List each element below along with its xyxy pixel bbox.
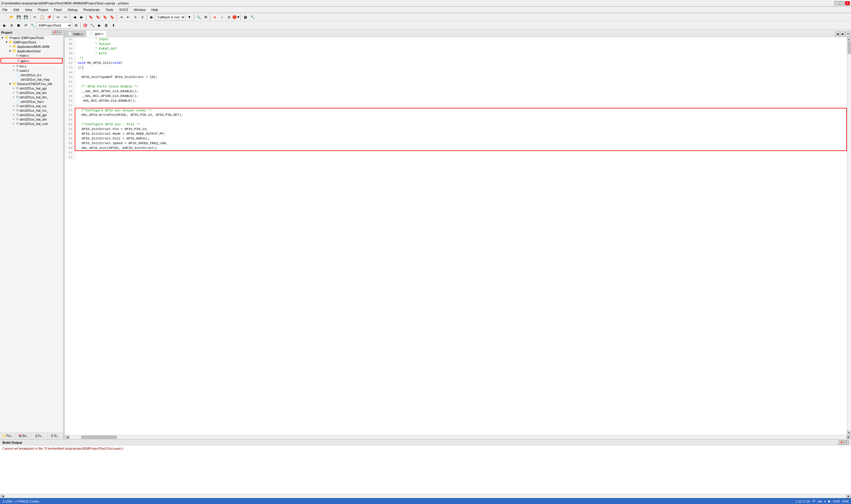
format-btn[interactable]: ≡ bbox=[132, 14, 139, 20]
tree-hal-cort[interactable]: + ⚙ stm32f1xx_hal_cort bbox=[0, 122, 63, 126]
run-btn[interactable]: ▶ bbox=[148, 14, 155, 20]
hscroll-left-btn[interactable]: ◀ bbox=[65, 436, 69, 439]
close-button[interactable]: ✕ bbox=[845, 1, 850, 5]
sidebar-title: Project bbox=[1, 31, 12, 34]
tab-books[interactable]: 📚 Bo... bbox=[16, 433, 32, 439]
tb2-target-btn[interactable]: 🎯 bbox=[82, 22, 88, 29]
tree-stm32-msp[interactable]: 📄 stm32f1xx_hal_msp bbox=[0, 77, 63, 82]
new-file-btn[interactable]: 📄 bbox=[1, 14, 8, 20]
save-btn[interactable]: 💾 bbox=[15, 14, 22, 20]
minimize-button[interactable]: − bbox=[834, 1, 839, 5]
tree-hal-dm[interactable]: + ⚙ stm32f1xx_hal_dm bbox=[0, 117, 63, 122]
config-btn[interactable]: 🔧 bbox=[249, 14, 256, 20]
tb2-download-btn[interactable]: ⬇ bbox=[110, 22, 117, 29]
tab-scroll-left[interactable]: ◀ bbox=[835, 32, 840, 36]
menu-view[interactable]: View bbox=[24, 8, 33, 12]
tb2-btn2[interactable]: ⏸ bbox=[8, 22, 15, 29]
redo-btn[interactable]: ↪ bbox=[62, 14, 69, 20]
menu-svcs[interactable]: SVCS bbox=[118, 8, 129, 12]
menu-edit[interactable]: Edit bbox=[13, 8, 20, 12]
format2-btn[interactable]: ≡ bbox=[139, 14, 146, 20]
menu-help[interactable]: Help bbox=[150, 8, 159, 12]
bookmark3-btn[interactable]: 🔖 bbox=[102, 14, 108, 20]
project-config-btn[interactable]: ⚙ bbox=[73, 22, 79, 29]
save-all-btn[interactable]: 💾 bbox=[22, 14, 29, 20]
menu-file[interactable]: File bbox=[1, 8, 9, 12]
view-btn[interactable]: ▦ bbox=[242, 14, 249, 20]
nav-fwd-btn[interactable]: ▶ bbox=[78, 14, 85, 20]
tab-main-c[interactable]: 📄 main.c bbox=[65, 31, 86, 37]
tb2-btn5[interactable]: 🔧 bbox=[30, 22, 36, 29]
bp-disable-btn[interactable]: ⊘ bbox=[226, 14, 232, 20]
dropdown-btn[interactable]: ▼ bbox=[186, 14, 193, 20]
tree-mdk-arm[interactable]: + 📁 Application/MDK-ARM bbox=[0, 44, 63, 49]
build-close-btn[interactable]: ✕ bbox=[844, 440, 849, 445]
tree-hal-gpi1[interactable]: + ⚙ stm32f1xx_hal_gpi bbox=[0, 86, 63, 90]
tb2-clean-btn[interactable]: 🗑 bbox=[103, 22, 110, 29]
cut-btn[interactable]: ✂ bbox=[32, 14, 38, 20]
menu-flash[interactable]: Flash bbox=[53, 8, 63, 12]
tb2-btn4[interactable]: ↺ bbox=[22, 22, 29, 29]
scroll-down-btn[interactable]: ▼ bbox=[847, 431, 851, 435]
scroll-thumb[interactable] bbox=[848, 42, 851, 54]
menu-debug[interactable]: Debug bbox=[67, 8, 78, 12]
tb2-build-btn[interactable]: ▶ bbox=[96, 22, 103, 29]
tb2-btn3[interactable]: ⏹ bbox=[15, 22, 22, 29]
menu-window[interactable]: Window bbox=[133, 8, 147, 12]
tb2-btn1[interactable]: ▶ bbox=[1, 22, 8, 29]
tree-hal-tim1[interactable]: + ⚙ stm32f1xx_hal_tim bbox=[0, 90, 63, 95]
tree-hal-rcc2[interactable]: + ⚙ stm32f1xx_hal_rcc_ bbox=[0, 108, 63, 112]
bookmark-btn[interactable]: 🔖 bbox=[88, 14, 94, 20]
bookmark4-btn[interactable]: 🔖 bbox=[109, 14, 115, 20]
hscroll-right-btn[interactable]: ▶ bbox=[846, 436, 850, 439]
hscroll-thumb[interactable] bbox=[81, 436, 117, 439]
undo-btn[interactable]: ↩ bbox=[55, 14, 61, 20]
bottom-hscroll-left[interactable]: ◀ bbox=[1, 495, 5, 498]
tab-scroll-right[interactable]: ▶ bbox=[840, 32, 845, 36]
tree-gpio-c[interactable]: ⚙ gpio.c bbox=[1, 58, 62, 64]
build-pin-btn[interactable]: 📌 bbox=[838, 440, 843, 445]
maximize-button[interactable]: □ bbox=[840, 1, 845, 5]
bookmark2-btn[interactable]: 🔖 bbox=[94, 14, 101, 20]
bp-clear-btn[interactable]: ○ bbox=[219, 14, 225, 20]
tree-main-c[interactable]: ⚙ main.c bbox=[0, 53, 63, 58]
tab-project[interactable]: 📁 Pro... bbox=[0, 433, 16, 439]
breakpoint-btn[interactable]: ● bbox=[212, 14, 218, 20]
tree-stm32-it[interactable]: 📄 stm32f1xx_it.c bbox=[0, 73, 63, 77]
tree-usart-c[interactable]: + ⚙ usart.c bbox=[0, 68, 63, 73]
dbg2-btn[interactable]: ⚙ bbox=[202, 14, 209, 20]
sidebar-pin-btn[interactable]: 📌 bbox=[52, 31, 57, 35]
tb2-compile-btn[interactable]: 🔨 bbox=[89, 22, 95, 29]
tree-hal-gpi2[interactable]: + ⚙ stm32f1xx_hal_gpi bbox=[0, 112, 63, 117]
bp-menu-btn[interactable]: 🔴▼ bbox=[233, 14, 239, 20]
tab-templates[interactable]: Ω Te... bbox=[48, 433, 64, 439]
sidebar-close-btn[interactable]: ✕ bbox=[57, 31, 62, 35]
tree-hal-tim2[interactable]: + ⚙ stm32f1xx_hal_tim_ bbox=[0, 95, 63, 99]
tree-tim-c[interactable]: + ⚙ tim.c bbox=[0, 64, 63, 68]
indent-btn[interactable]: ⇥ bbox=[118, 14, 124, 20]
menu-tools[interactable]: Tools bbox=[105, 8, 115, 12]
menu-project[interactable]: Project bbox=[37, 8, 49, 12]
tree-drivers[interactable]: ▼ 📁 Drivers/STM32F1xx_HA bbox=[0, 82, 63, 86]
tree-hal-c[interactable]: 📄 stm32f1xx_hal.c bbox=[0, 99, 63, 104]
debug-btn[interactable]: 🔍 bbox=[195, 14, 202, 20]
copy-btn[interactable]: 📋 bbox=[39, 14, 45, 20]
nav-back-btn[interactable]: ◀ bbox=[71, 14, 78, 20]
tree-app-user[interactable]: ▼ 📁 Application/User bbox=[0, 49, 63, 53]
bottom-hscroll-right[interactable]: ▶ bbox=[846, 495, 850, 498]
tab-gpio-c[interactable]: 📄 gpio.c bbox=[86, 31, 106, 37]
tree-hal-rcc1[interactable]: + ⚙ stm32f1xx_hal_rcc bbox=[0, 104, 63, 108]
project-dropdown[interactable]: EMProjectTest1 bbox=[37, 22, 72, 29]
code-wrapper[interactable]: 37 * Input 38 * Output 39 * EVENT_OUT bbox=[65, 37, 847, 435]
tree-project-root[interactable]: ▼ 📁 Project: EMProjectTest1 bbox=[0, 35, 63, 40]
paste-btn[interactable]: 📌 bbox=[46, 14, 52, 20]
menu-peripherals[interactable]: Peripherals bbox=[82, 8, 101, 12]
tree-label: main.c bbox=[19, 54, 29, 57]
open-btn[interactable]: 📂 bbox=[8, 14, 15, 20]
tab-functions[interactable]: {} Fu... bbox=[32, 433, 48, 439]
callback-dropdown[interactable]: Callback in non bbox=[156, 14, 185, 20]
tree-emproject[interactable]: ▼ 📁 EMProjectTest1 bbox=[0, 40, 63, 44]
tab-close[interactable]: ✕ bbox=[846, 32, 850, 36]
unindent-btn[interactable]: ⇤ bbox=[125, 14, 131, 20]
scroll-up-btn[interactable]: ▲ bbox=[847, 37, 851, 41]
